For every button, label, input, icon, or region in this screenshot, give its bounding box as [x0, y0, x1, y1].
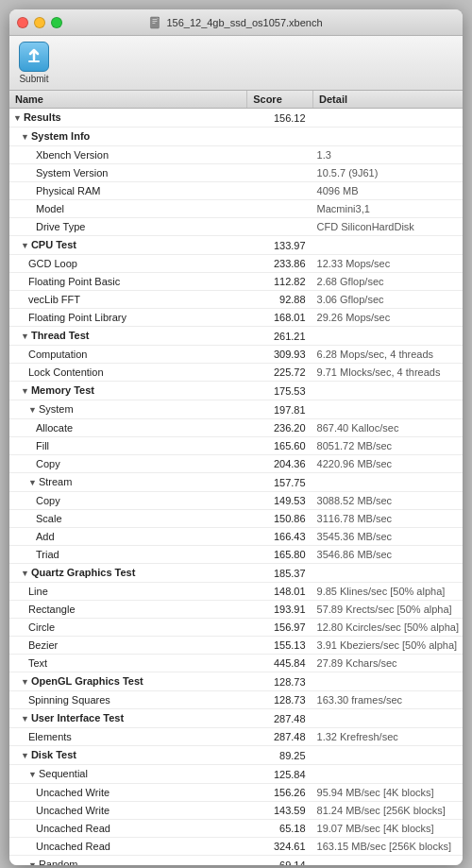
- row-score: 193.91: [247, 601, 313, 619]
- table-row: ▼Random69.14: [9, 856, 463, 866]
- triangle-icon: ▼: [21, 566, 29, 581]
- row-detail: 3546.86 MB/sec: [313, 546, 463, 564]
- upload-icon: [25, 47, 43, 66]
- table-row: Physical RAM4096 MB: [9, 182, 463, 200]
- row-name-text: Model: [36, 203, 64, 214]
- main-window: 156_12_4gb_ssd_os1057.xbench Submit Name…: [9, 9, 463, 865]
- row-score: 156.12: [247, 109, 313, 128]
- row-name-text: Thread Test: [31, 330, 90, 341]
- row-name-text: Physical RAM: [36, 185, 100, 196]
- row-score: 175.53: [247, 382, 313, 400]
- row-detail: [313, 382, 463, 400]
- row-score: 204.36: [247, 455, 313, 473]
- table-row: Drive TypeCFD SiliconHardDisk: [9, 218, 463, 236]
- table-row: Lock Contention225.729.71 Mlocks/sec, 4 …: [9, 364, 463, 382]
- table-row: Scale150.863116.78 MB/sec: [9, 510, 463, 528]
- row-detail: [313, 564, 463, 583]
- row-score: 197.81: [247, 400, 313, 419]
- row-name-text: Bezier: [28, 639, 58, 651]
- row-name: ▼System Info: [9, 128, 247, 146]
- row-name: Copy: [9, 455, 247, 473]
- row-detail: 12.33 Mops/sec: [313, 255, 463, 273]
- row-name-text: Floating Point Library: [28, 312, 126, 323]
- row-detail: [313, 109, 463, 128]
- row-name-text: Add: [36, 531, 55, 542]
- submit-button[interactable]: Submit: [19, 42, 49, 84]
- row-detail: [313, 236, 463, 255]
- table-row: ▼Quartz Graphics Test185.37: [9, 564, 463, 583]
- row-name-text: Elements: [28, 731, 72, 742]
- row-detail: 1.3: [313, 146, 463, 164]
- row-name: Add: [9, 528, 247, 546]
- row-name: Model: [9, 200, 247, 218]
- row-name: Lock Contention: [9, 364, 247, 382]
- row-score: [247, 164, 313, 182]
- row-name-text: Triad: [36, 549, 59, 560]
- close-button[interactable]: [17, 17, 28, 28]
- row-name: Floating Point Basic: [9, 273, 247, 291]
- table-row: ModelMacmini3,1: [9, 200, 463, 218]
- row-name: Rectangle: [9, 601, 247, 619]
- row-score: 168.01: [247, 309, 313, 327]
- row-detail: [313, 765, 463, 784]
- row-name-text: Random: [39, 859, 78, 865]
- table-row: Triad165.803546.86 MB/sec: [9, 546, 463, 564]
- row-name-text: CPU Test: [31, 239, 76, 250]
- maximize-button[interactable]: [51, 17, 62, 28]
- row-detail: 81.24 MB/sec [256K blocks]: [313, 802, 463, 820]
- row-detail: [313, 327, 463, 346]
- row-name: Computation: [9, 346, 247, 364]
- row-name: Uncached Write: [9, 784, 247, 802]
- row-detail: 19.07 MB/sec [4K blocks]: [313, 820, 463, 838]
- window-title-text: 156_12_4gb_ssd_os1057.xbench: [166, 17, 322, 28]
- svg-rect-2: [152, 21, 157, 22]
- row-detail: 2.68 Gflop/sec: [313, 273, 463, 291]
- row-name-text: Lock Contention: [28, 366, 104, 378]
- minimize-button[interactable]: [34, 17, 45, 28]
- row-name-text: Copy: [36, 495, 60, 506]
- table-row: vecLib FFT92.883.06 Gflop/sec: [9, 291, 463, 309]
- row-detail: 29.26 Mops/sec: [313, 309, 463, 327]
- table-row: Floating Point Library168.0129.26 Mops/s…: [9, 309, 463, 327]
- triangle-icon: ▼: [21, 383, 29, 399]
- row-name-text: Xbench Version: [36, 149, 109, 161]
- row-name: GCD Loop: [9, 255, 247, 273]
- row-detail: 4220.96 MB/sec: [313, 455, 463, 473]
- row-name-text: System: [39, 403, 74, 415]
- row-name: Elements: [9, 728, 247, 746]
- row-name: ▼Results: [9, 109, 247, 128]
- document-icon: [149, 16, 162, 29]
- row-detail: 3545.36 MB/sec: [313, 528, 463, 546]
- triangle-icon: ▼: [28, 767, 37, 782]
- table-header: Name Score Detail: [9, 91, 463, 109]
- row-score: 236.20: [247, 419, 313, 437]
- row-score: 324.61: [247, 838, 313, 856]
- row-detail: [313, 856, 463, 866]
- row-score: 185.37: [247, 564, 313, 583]
- row-name-text: Computation: [28, 349, 87, 360]
- row-detail: 4096 MB: [313, 182, 463, 200]
- row-name: Drive Type: [9, 218, 247, 236]
- row-detail: 9.71 Mlocks/sec, 4 threads: [313, 364, 463, 382]
- table-row: ▼System197.81: [9, 400, 463, 419]
- row-name: Circle: [9, 619, 247, 637]
- row-name-text: Uncached Read: [36, 841, 110, 852]
- table-row: Copy204.364220.96 MB/sec: [9, 455, 463, 473]
- row-score: 225.72: [247, 364, 313, 382]
- row-name-text: Quartz Graphics Test: [31, 567, 135, 578]
- table-row: ▼Memory Test175.53: [9, 382, 463, 400]
- triangle-icon: ▼: [13, 111, 22, 126]
- row-detail: 3.91 Kbeziers/sec [50% alpha]: [313, 637, 463, 655]
- row-score: 92.88: [247, 291, 313, 309]
- row-score: 89.25: [247, 746, 313, 765]
- row-detail: 3116.78 MB/sec: [313, 510, 463, 528]
- table-row: ▼Results156.12: [9, 109, 463, 128]
- table-row: Text445.8427.89 Kchars/sec: [9, 655, 463, 672]
- row-detail: 163.30 frames/sec: [313, 691, 463, 709]
- results-table-container[interactable]: Name Score Detail ▼Results156.12▼System …: [9, 91, 463, 865]
- row-score: [247, 146, 313, 164]
- row-detail: 27.89 Kchars/sec: [313, 655, 463, 672]
- table-row: Copy149.533088.52 MB/sec: [9, 492, 463, 510]
- row-name-text: Stream: [39, 476, 72, 487]
- row-score: 69.14: [247, 856, 313, 866]
